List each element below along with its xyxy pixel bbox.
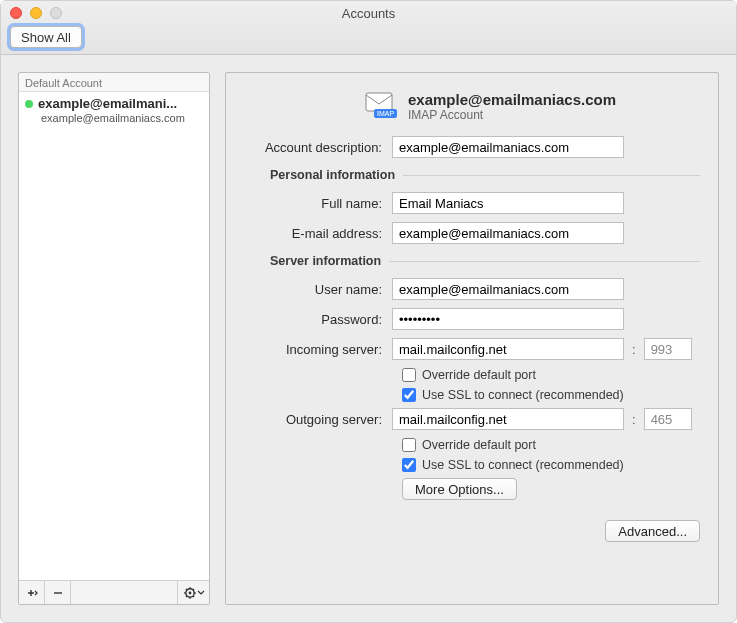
- sidebar-section-header: Default Account: [19, 73, 209, 92]
- svg-line-6: [186, 589, 187, 590]
- account-type-label: IMAP Account: [408, 108, 616, 122]
- account-details-panel: IMAP example@emailmaniacs.com IMAP Accou…: [225, 72, 719, 605]
- label-account-description: Account description:: [234, 140, 392, 155]
- section-personal-information: Personal information: [234, 168, 395, 182]
- imap-account-icon: IMAP: [364, 91, 398, 119]
- titlebar: Accounts Show All: [1, 1, 736, 55]
- section-server-information: Server information: [234, 254, 381, 268]
- label-user-name: User name:: [234, 282, 392, 297]
- full-name-field[interactable]: [392, 192, 624, 214]
- outgoing-port-field[interactable]: [644, 408, 692, 430]
- advanced-button[interactable]: Advanced...: [605, 520, 700, 542]
- account-header: IMAP example@emailmaniacs.com IMAP Accou…: [364, 91, 700, 122]
- sidebar-account-row[interactable]: example@emailmani... example@emailmaniac…: [19, 92, 209, 130]
- svg-line-7: [193, 596, 194, 597]
- content-area: Default Account example@emailmani... exa…: [1, 55, 736, 622]
- email-address-field[interactable]: [392, 222, 624, 244]
- incoming-override-port-checkbox[interactable]: [402, 368, 416, 382]
- svg-point-1: [188, 591, 191, 594]
- label-incoming-override-port: Override default port: [422, 368, 536, 382]
- label-incoming-server: Incoming server:: [234, 342, 392, 357]
- label-outgoing-server: Outgoing server:: [234, 412, 392, 427]
- account-title: example@emailmaniacs.com: [408, 91, 616, 108]
- more-options-button[interactable]: More Options...: [402, 478, 517, 500]
- user-name-field[interactable]: [392, 278, 624, 300]
- password-field[interactable]: [392, 308, 624, 330]
- sidebar-account-title: example@emailmani...: [38, 96, 177, 111]
- show-all-button[interactable]: Show All: [10, 26, 82, 48]
- accounts-sidebar: Default Account example@emailmani... exa…: [18, 72, 210, 605]
- label-incoming-use-ssl: Use SSL to connect (recommended): [422, 388, 624, 402]
- account-actions-menu[interactable]: [177, 581, 209, 604]
- outgoing-override-port-checkbox[interactable]: [402, 438, 416, 452]
- label-full-name: Full name:: [234, 196, 392, 211]
- label-email-address: E-mail address:: [234, 226, 392, 241]
- label-password: Password:: [234, 312, 392, 327]
- sidebar-account-subtitle: example@emailmaniacs.com: [25, 112, 203, 124]
- incoming-port-field[interactable]: [644, 338, 692, 360]
- remove-account-button[interactable]: [45, 581, 71, 604]
- accounts-window: Accounts Show All Default Account exampl…: [0, 0, 737, 623]
- outgoing-use-ssl-checkbox[interactable]: [402, 458, 416, 472]
- label-outgoing-use-ssl: Use SSL to connect (recommended): [422, 458, 624, 472]
- incoming-server-field[interactable]: [392, 338, 624, 360]
- window-title: Accounts: [1, 6, 736, 21]
- outgoing-server-field[interactable]: [392, 408, 624, 430]
- svg-line-9: [186, 596, 187, 597]
- account-description-field[interactable]: [392, 136, 624, 158]
- sidebar-toolbar: [19, 580, 209, 604]
- status-online-icon: [25, 100, 33, 108]
- svg-rect-10: [366, 93, 392, 111]
- add-account-button[interactable]: [19, 581, 45, 604]
- label-outgoing-override-port: Override default port: [422, 438, 536, 452]
- incoming-use-ssl-checkbox[interactable]: [402, 388, 416, 402]
- svg-line-8: [193, 589, 194, 590]
- svg-text:IMAP: IMAP: [377, 110, 394, 117]
